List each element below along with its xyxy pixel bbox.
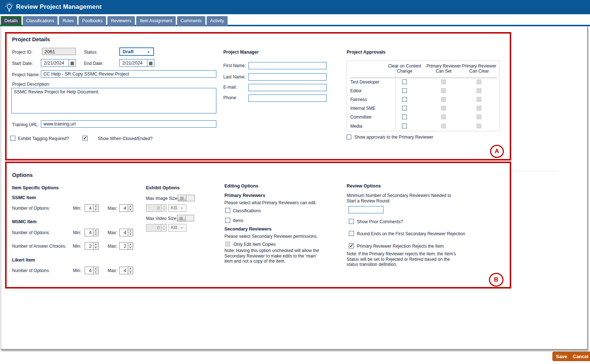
spinner-up-button[interactable]: ▲ [128, 205, 133, 208]
round-ends-checkbox[interactable] [349, 231, 354, 236]
spinner-up-button: ▲ [162, 205, 166, 208]
last-name-input[interactable] [248, 73, 327, 81]
project-name-input[interactable] [41, 70, 216, 78]
approval-can-clear-checkbox [477, 106, 481, 111]
spinner-down-button[interactable]: ▼ [128, 246, 133, 249]
spinner-down-button[interactable]: ▼ [128, 208, 133, 212]
status-dropdown[interactable]: Draft ▾ [119, 47, 154, 56]
chevron-down-icon: ▾ [147, 48, 153, 55]
approval-can-clear-checkbox [477, 115, 481, 119]
spinner-up-button[interactable]: ▲ [128, 267, 133, 271]
review-options-heading: Review Options [347, 183, 381, 189]
max-image-size-toggle[interactable] [178, 195, 195, 201]
phone-input[interactable] [248, 94, 327, 102]
tab-rules[interactable]: Rules [59, 16, 77, 26]
lightbulb-icon [4, 2, 14, 14]
likert-options-min-spinner[interactable]: 4 ▲▼ [85, 267, 99, 274]
spinner-value[interactable]: 2 [120, 243, 128, 249]
project-details-heading: Project Details [12, 36, 50, 42]
spinner-value[interactable]: 4 [85, 229, 93, 236]
toggle-handle[interactable] [178, 195, 186, 201]
likert-options-max-spinner[interactable]: 4 ▲▼ [119, 267, 133, 274]
min-label: Min: [73, 230, 81, 235]
tab-activity[interactable]: Activity [207, 16, 228, 26]
msmc-options-min-spinner[interactable]: 4 ▲▼ [85, 229, 99, 236]
spinner-up-button[interactable]: ▲ [93, 205, 98, 208]
column-header-primary-reviewer-can-set: Primary Reviewer Can Set [425, 63, 462, 74]
msmc-answer-choices-min-spinner[interactable]: 2 ▲▼ [85, 242, 99, 250]
spinner-down-button[interactable]: ▼ [128, 271, 133, 274]
approval-clear-checkbox[interactable] [402, 124, 407, 128]
min-label: Min: [73, 268, 81, 273]
number-of-options-label: Number of Options: [12, 206, 50, 211]
primary-rejection-checkbox[interactable] [349, 243, 354, 248]
spinner-up-button[interactable]: ▲ [93, 229, 98, 233]
spinner-up-button[interactable]: ▲ [128, 243, 133, 246]
project-description-textarea[interactable]: SSMC Review Project for Help Document. [11, 88, 216, 113]
spinner-up-button[interactable]: ▲ [93, 243, 98, 246]
save-button[interactable]: Save [552, 352, 571, 361]
start-date-input[interactable]: 2/21/2024 ▦ [41, 59, 76, 67]
video-size-unit-dropdown: KB ▾ [168, 224, 186, 232]
msmc-answer-choices-max-spinner[interactable]: 2 ▲▼ [119, 242, 133, 250]
spinner-down-button[interactable]: ▼ [93, 233, 98, 236]
toggle-handle[interactable] [177, 215, 186, 221]
max-label: Max: [108, 230, 117, 235]
approval-can-clear-checkbox [477, 97, 481, 102]
secondary-reviewers-heading: Secondary Reviewers [224, 226, 271, 232]
calendar-icon[interactable]: ▦ [147, 59, 154, 66]
section-divider-line [511, 171, 559, 171]
training-url-input[interactable] [41, 120, 216, 128]
project-description-label: Project Description: [12, 82, 50, 87]
spinner-value[interactable]: 4 [120, 267, 128, 274]
min-reviewers-input[interactable] [348, 206, 383, 213]
spinner-value[interactable]: 4 [120, 205, 128, 212]
approval-row-label: Fairness [350, 97, 367, 102]
tab-details[interactable]: Details [1, 16, 22, 26]
chevron-down-icon: ▾ [181, 205, 186, 212]
classifications-checkbox[interactable] [225, 208, 230, 213]
approval-can-set-checkbox [441, 124, 446, 128]
show-approvals-checkbox[interactable] [347, 135, 351, 139]
app-header: Review Project Management [0, 0, 590, 14]
last-name-label: Last Name: [223, 74, 246, 80]
calendar-icon[interactable]: ▦ [69, 59, 76, 66]
first-name-input[interactable] [248, 62, 327, 69]
spinner-value[interactable]: 4 [85, 205, 93, 212]
approval-can-clear-checkbox [477, 124, 481, 128]
tab-poolbooks[interactable]: Poolbooks [78, 16, 106, 26]
ssmc-options-min-spinner[interactable]: 4 ▲▼ [85, 204, 99, 212]
approval-clear-checkbox[interactable] [402, 106, 407, 111]
tab-item-assignment[interactable]: Item Assignment [136, 16, 176, 26]
approval-clear-checkbox[interactable] [402, 97, 407, 102]
exhibit-tagging-checkbox[interactable] [10, 136, 15, 141]
show-when-closed-checkbox[interactable] [82, 136, 88, 141]
tab-classifications[interactable]: Classifications [23, 16, 58, 26]
max-video-size-toggle[interactable] [177, 215, 194, 221]
cancel-button[interactable]: Cancel [569, 352, 590, 361]
spinner-value[interactable]: 2 [85, 243, 93, 249]
first-name-label: First Name: [223, 63, 246, 68]
approval-row-label: Test Developer [350, 80, 379, 85]
approval-clear-checkbox[interactable] [402, 115, 407, 119]
spinner-down-button[interactable]: ▼ [93, 208, 98, 212]
spinner-up-button[interactable]: ▲ [128, 229, 133, 233]
email-input[interactable] [248, 84, 327, 91]
primary-reviewers-instruction: Please select what Primary Reviewers can… [224, 200, 317, 205]
ssmc-options-max-spinner[interactable]: 4 ▲▼ [119, 204, 133, 212]
approval-can-clear-checkbox [477, 80, 481, 84]
end-date-input[interactable]: 2/21/2024 ▦ [119, 59, 154, 67]
tab-comments[interactable]: Comments [177, 16, 205, 26]
approval-clear-checkbox[interactable] [402, 80, 407, 84]
spinner-down-button[interactable]: ▼ [128, 233, 133, 236]
spinner-up-button[interactable]: ▲ [93, 267, 98, 271]
items-checkbox[interactable] [225, 218, 230, 223]
approval-clear-checkbox[interactable] [402, 88, 407, 93]
show-prior-comments-checkbox[interactable] [349, 219, 354, 224]
spinner-value[interactable]: 4 [85, 267, 93, 274]
tab-reviewers[interactable]: Reviewers [107, 16, 135, 26]
spinner-down-button[interactable]: ▼ [93, 246, 98, 249]
spinner-down-button[interactable]: ▼ [93, 271, 98, 274]
msmc-options-max-spinner[interactable]: 4 ▲▼ [119, 229, 133, 236]
spinner-value[interactable]: 4 [120, 229, 128, 236]
